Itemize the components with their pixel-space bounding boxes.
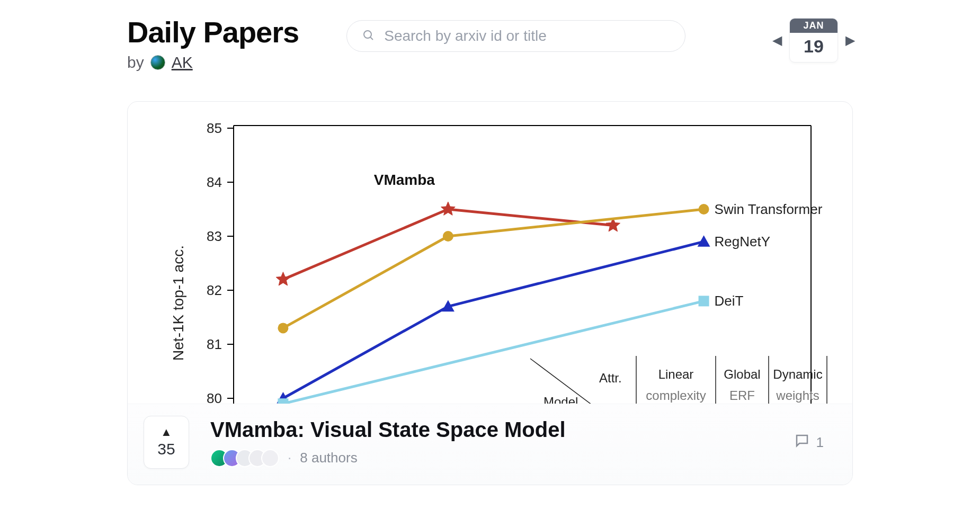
y-tick-label: 85 [207,120,222,136]
separator: · [288,450,291,466]
svg-rect-20 [278,398,288,404]
paper-footer: ▲ 35 VMamba: Visual State Space Model · … [128,404,852,485]
table-header: Dynamic [773,367,822,381]
paper-title[interactable]: VMamba: Visual State Space Model [210,418,773,442]
search-input[interactable] [384,28,670,44]
byline-prefix: by [127,53,144,72]
svg-marker-11 [276,272,290,285]
date-prev-button[interactable]: ◀ [769,28,785,53]
search-box[interactable] [346,20,685,52]
table-header: Global [724,367,760,381]
y-tick-label: 84 [207,174,222,190]
upvote-icon: ▲ [161,426,172,438]
author-avatar [261,449,279,467]
date-nav: ◀ JAN 19 ▶ [769,18,959,62]
date-next-button[interactable]: ▶ [842,28,858,53]
chart-svg: 808182838485Net-1K top-1 acc.Swin Transf… [128,102,852,404]
date-month: JAN [790,19,838,33]
svg-marker-12 [441,202,456,215]
svg-point-0 [364,31,371,38]
date-day: 19 [790,33,838,62]
y-axis-label: Net-1K top-1 acc. [170,245,186,361]
table-header: Model [544,395,578,404]
authors-row: · 8 authors [210,449,773,467]
comments-count: 1 [816,434,824,451]
svg-point-15 [443,231,453,242]
authors-text[interactable]: 8 authors [300,450,357,466]
byline: by AK [127,53,299,72]
page-header: Daily Papers by AK ◀ JAN 19 ▶ [21,0,959,72]
upvote-count: 35 [157,440,175,458]
comment-icon [794,433,810,452]
paper-meta: VMamba: Visual State Space Model · 8 aut… [210,418,773,467]
date-pill[interactable]: JAN 19 [789,18,838,62]
svg-point-14 [278,323,288,333]
y-tick-label: 80 [207,390,222,404]
svg-line-1 [370,37,373,40]
title-block: Daily Papers by AK [21,15,299,72]
author-avatars[interactable] [210,449,279,467]
paper-card[interactable]: 808182838485Net-1K top-1 acc.Swin Transf… [127,101,853,485]
comments-button[interactable]: 1 [794,433,824,452]
y-tick-label: 83 [207,228,222,244]
series-label: Swin Transformer [715,201,823,217]
curator-link[interactable]: AK [172,53,193,72]
table-header: Linear [658,367,694,381]
search-icon [362,29,375,43]
search-container [346,20,685,52]
y-tick-label: 82 [207,282,222,298]
svg-rect-21 [699,296,709,306]
y-tick-label: 81 [207,336,222,352]
table-header: Attr. [599,371,622,385]
curator-avatar[interactable] [150,55,165,70]
paper-figure: 808182838485Net-1K top-1 acc.Swin Transf… [128,102,852,404]
table-header: weights [776,388,819,403]
series-label: RegNetY [715,234,771,249]
series-label: VMamba [374,172,435,188]
series-label: DeiT [715,293,744,309]
svg-marker-19 [698,235,710,247]
upvote-button[interactable]: ▲ 35 [144,416,189,469]
page-title: Daily Papers [127,15,299,49]
svg-point-16 [699,204,709,215]
table-header: ERF [729,388,755,403]
table-header: complexity [646,388,706,403]
